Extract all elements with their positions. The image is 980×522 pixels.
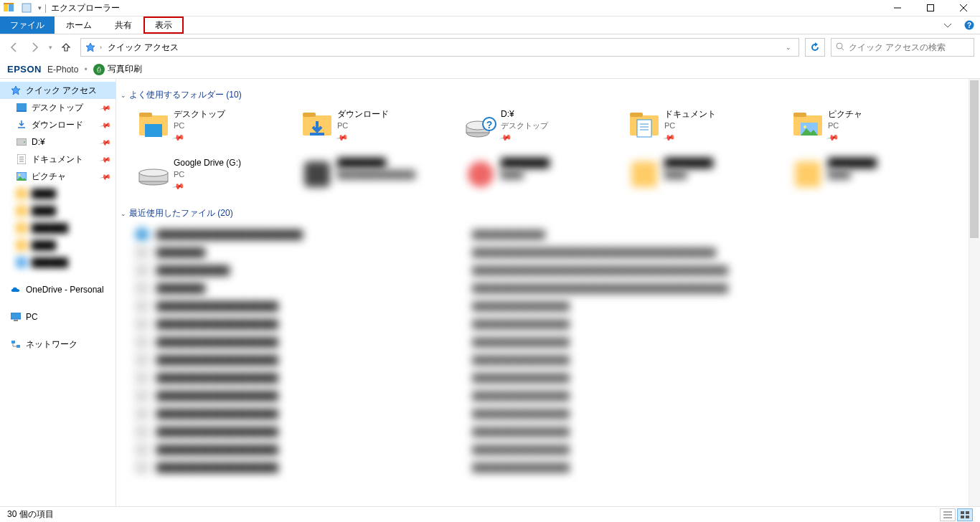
svg-point-50	[139, 169, 168, 176]
pin-icon: 📌	[662, 131, 677, 146]
list-item[interactable]: ████████████████████████████████████	[135, 225, 973, 243]
group-header-frequent[interactable]: ⌄ よく使用するフォルダー (10)	[119, 85, 973, 107]
help-button[interactable]: ?	[958, 16, 980, 34]
sidebar-item-pictures[interactable]: ピクチャ 📌	[0, 168, 116, 185]
drive-large-icon	[136, 157, 171, 191]
folder-location: PC	[174, 169, 241, 180]
folder-blurred[interactable]: ██████████████████████	[298, 156, 462, 203]
folder-d-drive[interactable]: ? D:¥デスクトップ📌	[462, 107, 626, 154]
share-tab[interactable]: 共有	[103, 16, 143, 34]
svg-rect-5	[928, 5, 934, 11]
chevron-right-icon[interactable]: ›	[98, 44, 103, 51]
list-item[interactable]: ████████████████████████████████████████…	[135, 279, 973, 297]
sidebar-item-label: クイック アクセス	[26, 85, 97, 97]
svg-rect-32	[303, 113, 316, 117]
status-bar: 30 個の項目	[0, 506, 980, 522]
list-item[interactable]: ████████████████████████████████████	[135, 404, 973, 422]
svg-rect-3	[22, 4, 31, 12]
svg-point-17	[24, 141, 25, 143]
sidebar-item-desktop[interactable]: デスクトップ 📌	[0, 99, 116, 116]
folder-location: PC	[828, 120, 862, 131]
folder-google-drive[interactable]: Google Drive (G:)PC📌	[135, 156, 298, 203]
sidebar-blurred-items: ████ ████ ██████ ████ ██████	[0, 185, 116, 271]
sidebar-item-d-drive[interactable]: D:¥ 📌	[0, 133, 116, 151]
pc-icon	[10, 311, 22, 323]
list-item[interactable]: ████████████████████████████████████	[135, 315, 973, 333]
sidebar-item-documents[interactable]: ドキュメント 📌	[0, 151, 116, 168]
folder-desktop[interactable]: デスクトップPC📌	[135, 107, 298, 154]
folder-documents[interactable]: ドキュメントPC📌	[626, 107, 789, 154]
chevron-down-icon: ⌄	[121, 92, 126, 99]
list-item[interactable]: ████████████████████████████████████	[135, 369, 973, 386]
maximize-button[interactable]	[914, 0, 947, 16]
qat-properties-icon[interactable]	[19, 1, 34, 15]
sidebar-item-label: OneDrive - Personal	[26, 285, 104, 295]
svg-text:?: ?	[486, 119, 493, 130]
search-input[interactable]: クイック アクセスの検索	[831, 38, 974, 57]
pin-icon: 📌	[100, 171, 111, 182]
svg-line-12	[842, 48, 844, 50]
sidebar-quick-access[interactable]: クイック アクセス	[0, 82, 116, 99]
folder-blurred[interactable]: ████████████	[462, 156, 626, 203]
folder-blurred[interactable]: ████████████	[626, 156, 789, 203]
up-button[interactable]	[57, 39, 75, 56]
refresh-button[interactable]	[805, 38, 825, 57]
pin-icon: 📌	[171, 131, 186, 146]
list-item[interactable]: ████████████████████████████████████	[135, 458, 973, 476]
nav-toolbar: ▾ › クイック アクセス ⌄ クイック アクセスの検索	[0, 34, 980, 60]
list-item[interactable]: ████████████████████████████████████	[135, 422, 973, 440]
navigation-pane: クイック アクセス デスクトップ 📌 ダウンロード 📌 D:¥ 📌 ドキュメント…	[0, 79, 116, 506]
onedrive-icon	[10, 284, 22, 295]
list-item[interactable]: ████████████████████████████████████████…	[135, 243, 973, 261]
ribbon-expand-icon[interactable]	[937, 16, 958, 34]
desktop-icon	[16, 102, 27, 113]
chevron-down-icon: ⌄	[121, 210, 126, 217]
svg-rect-30	[145, 124, 162, 137]
folder-name: D:¥	[501, 108, 548, 120]
epson-print-label: 写真印刷	[108, 63, 142, 75]
folder-pictures[interactable]: ピクチャPC📌	[789, 107, 953, 154]
folder-downloads[interactable]: ダウンロードPC📌	[298, 107, 462, 154]
pin-icon: 📌	[100, 136, 111, 148]
sidebar-item-downloads[interactable]: ダウンロード 📌	[0, 116, 116, 133]
close-button[interactable]	[947, 0, 980, 16]
app-icon	[3, 2, 14, 14]
qat-dropdown-icon[interactable]: ▾	[36, 4, 43, 11]
pin-icon: 📌	[100, 153, 111, 165]
documents-folder-icon	[627, 108, 661, 143]
breadcrumb[interactable]: クイック アクセス	[103, 42, 183, 54]
folder-name: ダウンロード	[337, 108, 389, 120]
forward-button[interactable]	[26, 39, 43, 56]
file-tab[interactable]: ファイル	[0, 16, 55, 34]
sidebar-pc[interactable]: PC	[0, 308, 116, 326]
list-item[interactable]: ████████████████████████████████████	[135, 333, 973, 351]
view-details-button[interactable]	[940, 508, 956, 521]
recent-dropdown-icon[interactable]: ▾	[46, 39, 55, 56]
group-header-recent[interactable]: ⌄ 最近使用したファイル (20)	[119, 203, 973, 225]
svg-rect-54	[961, 511, 964, 514]
svg-rect-25	[14, 320, 18, 321]
address-dropdown-icon[interactable]: ⌄	[781, 44, 796, 51]
sidebar-onedrive[interactable]: OneDrive - Personal	[0, 281, 116, 298]
view-tab[interactable]: 表示	[143, 16, 184, 34]
titlebar: ▾ | エクスプローラー	[0, 0, 980, 16]
list-item[interactable]: ████████████████████████████████████	[135, 297, 973, 315]
list-item[interactable]: ████████████████████████████████████████…	[135, 261, 973, 279]
svg-point-11	[837, 43, 842, 49]
list-item[interactable]: ████████████████████████████████████	[135, 440, 973, 458]
list-item[interactable]: ████████████████████████████████████	[135, 351, 973, 369]
folder-location: PC	[664, 120, 716, 131]
epson-print-button[interactable]: ⎙ 写真印刷	[93, 63, 142, 75]
svg-rect-45	[793, 113, 806, 117]
folder-location: PC	[337, 120, 389, 131]
sidebar-network[interactable]: ネットワーク	[0, 336, 116, 353]
view-large-icons-button[interactable]	[957, 508, 973, 521]
back-button[interactable]	[6, 39, 23, 56]
folder-blurred[interactable]: ████████████	[789, 156, 953, 203]
home-tab[interactable]: ホーム	[55, 16, 103, 34]
list-item[interactable]: ████████████████████████████████████	[135, 386, 973, 404]
minimize-button[interactable]	[881, 0, 914, 16]
ribbon-tabs: ファイル ホーム 共有 表示 ?	[0, 16, 980, 34]
address-bar[interactable]: › クイック アクセス ⌄	[80, 38, 799, 57]
quick-access-star-icon	[84, 41, 97, 54]
